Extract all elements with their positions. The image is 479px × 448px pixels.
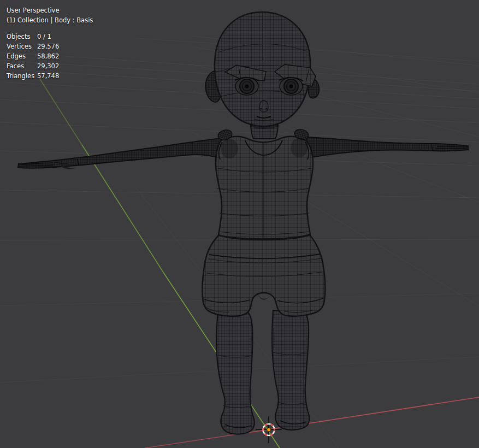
stat-row-faces: Faces 29,302 (7, 61, 93, 71)
stat-label: Edges (7, 51, 37, 61)
model-torso (216, 128, 313, 239)
stat-row-edges: Edges 58,862 (7, 51, 93, 61)
stat-label: Faces (7, 61, 37, 71)
model-left-eye (235, 78, 259, 95)
stat-row-objects: Objects 0 / 1 (7, 32, 93, 42)
viewport-overlay: User Perspective (1) Collection | Body :… (7, 5, 93, 81)
stat-value: 58,862 (37, 51, 59, 61)
model-nose (259, 101, 268, 112)
scene-stats: Objects 0 / 1 Vertices 29,576 Edges 58,8… (7, 32, 93, 81)
model-right-leg (272, 310, 309, 430)
stat-label: Triangles (7, 71, 37, 81)
view-name: User Perspective (7, 5, 93, 15)
breadcrumb: (1) Collection | Body : Basis (7, 15, 93, 25)
stat-row-vertices: Vertices 29,576 (7, 42, 93, 51)
3d-viewport[interactable]: User Perspective (1) Collection | Body :… (0, 0, 479, 448)
stat-value: 0 / 1 (37, 32, 51, 42)
model-left-leg (216, 311, 254, 434)
model-right-eye (279, 78, 303, 95)
stat-label: Objects (7, 32, 37, 42)
stat-row-triangles: Triangles 57,748 (7, 71, 93, 81)
stat-label: Vertices (7, 42, 37, 51)
stat-value: 29,576 (37, 42, 59, 51)
stat-value: 57,748 (37, 71, 59, 81)
stat-value: 29,302 (37, 61, 59, 71)
